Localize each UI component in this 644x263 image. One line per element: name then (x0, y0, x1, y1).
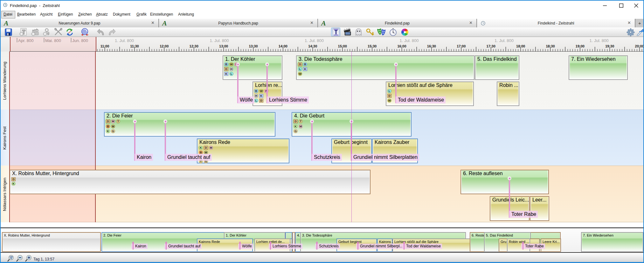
svg-text:%: % (10, 258, 12, 259)
